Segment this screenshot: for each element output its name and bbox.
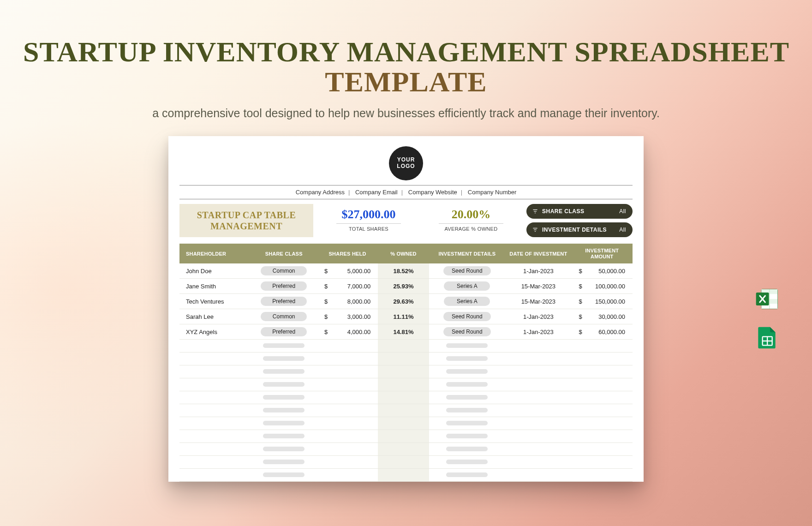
title-accent: TEMPLATE bbox=[325, 66, 487, 97]
placeholder-pill bbox=[263, 356, 304, 361]
filter-share-class-label: SHARE CLASS bbox=[542, 208, 585, 215]
cell-amount: $100,000.00 bbox=[572, 279, 633, 294]
col-shares-held: SHARES HELD bbox=[317, 244, 378, 263]
total-shares-value: $27,000.00 bbox=[322, 208, 416, 221]
page-subtitle: a comprehensive tool designed to help ne… bbox=[0, 105, 812, 121]
placeholder-pill bbox=[263, 408, 304, 412]
cell-date: 1-Jan-2023 bbox=[505, 263, 571, 279]
placeholder-pill bbox=[263, 434, 304, 438]
cell-share-class: Preferred bbox=[251, 294, 316, 309]
filter-icon bbox=[532, 208, 538, 215]
avg-owned-label: AVERAGE % OWNED bbox=[439, 223, 503, 232]
placeholder-pill bbox=[446, 343, 488, 348]
table-row[interactable]: John DoeCommon$5,000.0018.52%Seed Round1… bbox=[179, 263, 633, 279]
company-number: Company Number bbox=[468, 189, 517, 196]
table-row-empty[interactable] bbox=[179, 456, 633, 469]
placeholder-pill bbox=[263, 343, 304, 348]
cell-share-class: Preferred bbox=[251, 279, 316, 294]
summary-row: STARTUP CAP TABLE MANAGEMENT $27,000.00 … bbox=[179, 204, 633, 237]
table-row[interactable]: XYZ AngelsPreferred$4,000.0014.81%Seed R… bbox=[179, 324, 633, 340]
google-sheets-icon bbox=[754, 325, 780, 351]
cell-share-class: Preferred bbox=[251, 324, 316, 340]
cell-shareholder: XYZ Angels bbox=[179, 324, 251, 340]
col-pct-owned: % OWNED bbox=[378, 244, 429, 263]
cap-table: SHAREHOLDER SHARE CLASS SHARES HELD % OW… bbox=[179, 244, 633, 482]
cell-pct-owned: 25.93% bbox=[378, 279, 429, 294]
placeholder-pill bbox=[263, 369, 304, 374]
cell-amount: $150,000.00 bbox=[572, 294, 633, 309]
placeholder-pill bbox=[446, 472, 488, 477]
placeholder-pill bbox=[446, 434, 488, 438]
cell-pct-owned: 11.11% bbox=[378, 309, 429, 324]
cell-date: 1-Jan-2023 bbox=[505, 309, 571, 324]
filter-investment-details-value: All bbox=[619, 227, 626, 233]
cell-pct-owned: 29.63% bbox=[378, 294, 429, 309]
cell-shareholder: John Doe bbox=[179, 263, 251, 279]
table-row-empty[interactable] bbox=[179, 469, 633, 482]
cell-shareholder: Tech Ventures bbox=[179, 294, 251, 309]
table-row-empty[interactable] bbox=[179, 365, 633, 378]
col-inv-details: INVESTMENT DETAILS bbox=[429, 244, 506, 263]
logo-placeholder: YOUR LOGO bbox=[389, 146, 423, 180]
table-row-empty[interactable] bbox=[179, 353, 633, 365]
table-row-empty[interactable] bbox=[179, 417, 633, 430]
header-row: SHAREHOLDER SHARE CLASS SHARES HELD % OW… bbox=[179, 244, 633, 263]
cell-inv-details: Seed Round bbox=[429, 324, 506, 340]
table-row-empty[interactable] bbox=[179, 430, 633, 443]
table-row-empty[interactable] bbox=[179, 378, 633, 391]
cell-shares-held: $4,000.00 bbox=[317, 324, 378, 340]
cell-shares-held: $5,000.00 bbox=[317, 263, 378, 279]
cell-shares-held: $7,000.00 bbox=[317, 279, 378, 294]
table-row-empty[interactable] bbox=[179, 391, 633, 404]
placeholder-pill bbox=[263, 472, 304, 477]
filter-icon bbox=[532, 227, 538, 233]
table-row[interactable]: Sarah LeeCommon$3,000.0011.11%Seed Round… bbox=[179, 309, 633, 324]
cell-amount: $60,000.00 bbox=[572, 324, 633, 340]
placeholder-pill bbox=[446, 421, 488, 425]
cell-inv-details: Seed Round bbox=[429, 263, 506, 279]
placeholder-pill bbox=[446, 408, 488, 412]
cell-pct-owned: 18.52% bbox=[378, 263, 429, 279]
filter-share-class[interactable]: SHARE CLASS All bbox=[526, 204, 633, 219]
placeholder-pill bbox=[263, 460, 304, 464]
logo-line2: LOGO bbox=[397, 163, 415, 170]
placeholder-pill bbox=[263, 447, 304, 451]
cell-shareholder: Sarah Lee bbox=[179, 309, 251, 324]
placeholder-pill bbox=[446, 382, 488, 387]
cell-pct-owned: 14.81% bbox=[378, 324, 429, 340]
format-icons bbox=[754, 286, 780, 351]
cell-share-class: Common bbox=[251, 309, 316, 324]
table-row-empty[interactable] bbox=[179, 404, 633, 417]
cell-inv-details: Series A bbox=[429, 294, 506, 309]
cell-date: 15-Mar-2023 bbox=[505, 294, 571, 309]
sheet-title: STARTUP CAP TABLE MANAGEMENT bbox=[179, 204, 313, 237]
title-main: STARTUP INVENTORY MANAGEMENT SPREADSHEET bbox=[23, 36, 789, 67]
placeholder-pill bbox=[446, 395, 488, 400]
cell-shares-held: $3,000.00 bbox=[317, 309, 378, 324]
placeholder-pill bbox=[263, 382, 304, 387]
excel-icon bbox=[754, 286, 780, 312]
avg-owned-value: 20.00% bbox=[424, 208, 518, 221]
cell-inv-details: Series A bbox=[429, 279, 506, 294]
placeholder-pill bbox=[263, 421, 304, 425]
metric-total-shares: $27,000.00 TOTAL SHARES bbox=[322, 204, 416, 237]
table-row-empty[interactable] bbox=[179, 443, 633, 456]
table-row[interactable]: Jane SmithPreferred$7,000.0025.93%Series… bbox=[179, 279, 633, 294]
placeholder-pill bbox=[446, 447, 488, 451]
table-row-empty[interactable] bbox=[179, 340, 633, 353]
filter-investment-details[interactable]: INVESTMENT DETAILS All bbox=[526, 222, 633, 237]
placeholder-pill bbox=[446, 460, 488, 464]
filter-share-class-value: All bbox=[619, 208, 626, 215]
cell-date: 15-Mar-2023 bbox=[505, 279, 571, 294]
placeholder-pill bbox=[446, 369, 488, 374]
logo-line1: YOUR bbox=[397, 157, 415, 163]
cell-date: 1-Jan-2023 bbox=[505, 324, 571, 340]
company-website: Company Website bbox=[408, 189, 457, 196]
table-row[interactable]: Tech VenturesPreferred$8,000.0029.63%Ser… bbox=[179, 294, 633, 309]
placeholder-pill bbox=[446, 356, 488, 361]
table-wrap: SHAREHOLDER SHARE CLASS SHARES HELD % OW… bbox=[179, 244, 633, 482]
col-date: DATE OF INVESTMENT bbox=[505, 244, 571, 263]
cell-amount: $50,000.00 bbox=[572, 263, 633, 279]
cell-amount: $30,000.00 bbox=[572, 309, 633, 324]
cell-share-class: Common bbox=[251, 263, 316, 279]
